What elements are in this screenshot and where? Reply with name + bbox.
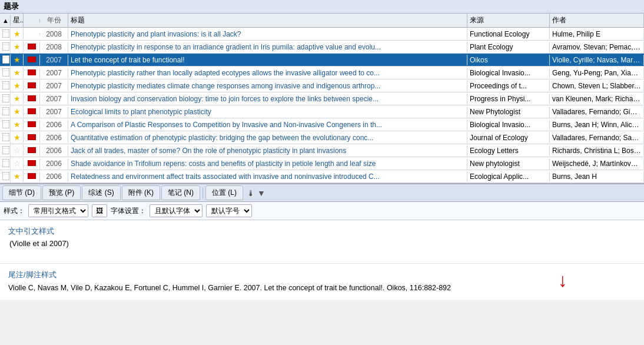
star-icon[interactable]: ★ (11, 93, 24, 104)
table-row[interactable]: ★2007Let the concept of trait be functio… (0, 54, 644, 67)
font-icon-btn[interactable]: 🖼 (92, 204, 107, 217)
content-area: 文中引文样式 (Violle et al 2007) (0, 220, 644, 263)
star-icon[interactable]: ☆ (11, 145, 24, 156)
star-icon[interactable]: ★ (11, 171, 24, 182)
svg-rect-22 (2, 172, 9, 180)
title-cell[interactable]: Phenotypic plasticity mediates climate c… (68, 81, 467, 91)
header-title: 题录 (4, 2, 19, 11)
title-cell[interactable]: Let the concept of trait be functional! (68, 55, 467, 65)
file-icon (0, 28, 11, 40)
source-cell: New Phytologist (467, 107, 550, 117)
col-header-year[interactable]: 年份 (40, 14, 68, 27)
table-row[interactable]: ★2007Invasion biology and conservation b… (0, 92, 644, 105)
title-cell[interactable]: Relatedness and environment affect trait… (68, 171, 467, 182)
author-cell: Richards, Christina L; Bossdorf (550, 145, 644, 156)
tab-detail[interactable]: 细节 (D) (2, 185, 41, 200)
footnote-text: Violle C, Navas M, Vile D, Kazakou E, Fo… (8, 283, 636, 294)
flag-icon (24, 171, 40, 182)
svg-rect-0 (2, 29, 9, 38)
star-icon[interactable]: ★ (11, 67, 24, 78)
svg-rect-16 (2, 133, 9, 141)
table-row[interactable]: ☆2006Shade avoidance in Trifolium repens… (0, 157, 644, 170)
col-header-author[interactable]: 作者 (550, 14, 644, 27)
table-row[interactable]: ★2007Ecological limits to plant phenotyp… (0, 105, 644, 118)
author-cell: Hulme, Philip E (550, 29, 644, 39)
tab-preview[interactable]: 预览 (P) (42, 185, 81, 200)
tab-summary[interactable]: 综述 (S) (82, 185, 120, 200)
flag-icon (24, 107, 40, 117)
star-icon[interactable]: ★ (11, 54, 24, 65)
title-cell[interactable]: Quantitative estimation of phenotypic pl… (68, 132, 467, 143)
source-cell: New phytologist (467, 158, 550, 169)
year-cell: 2007 (40, 55, 68, 65)
source-cell: Plant Ecology (467, 42, 550, 52)
source-cell: Ecology Letters (467, 145, 550, 156)
year-cell: 2007 (40, 94, 68, 104)
year-cell: 2006 (40, 132, 68, 143)
table-row[interactable]: ☆2006Jack of all trades, master of some?… (0, 144, 644, 157)
table-row[interactable]: ★2006Quantitative estimation of phenotyp… (0, 131, 644, 144)
year-cell: 2008 (40, 29, 68, 39)
file-icon (0, 171, 11, 183)
title-cell[interactable]: Phenotypic plasticity and plant invasion… (68, 29, 467, 39)
font-select[interactable]: 且默认字体 (150, 204, 203, 217)
title-cell[interactable]: Phenotypic plasticity in response to an … (68, 42, 467, 52)
title-cell[interactable]: Shade avoidance in Trifolium repens: cos… (68, 158, 467, 169)
svg-rect-2 (2, 42, 9, 51)
col-header-source[interactable]: 来源 (467, 14, 550, 27)
file-icon (0, 93, 11, 105)
table-row[interactable]: ★2006Relatedness and environment affect … (0, 170, 644, 183)
flag-icon (24, 42, 40, 52)
star-icon[interactable]: ★ (11, 132, 24, 143)
author-cell: Chown, Steven L; Slabber, Sar (550, 81, 644, 91)
tab-notes[interactable]: 笔记 (N) (161, 185, 200, 200)
author-cell: Violle, Cyrille; Navas, Marie-La (550, 55, 644, 65)
col-header-icon[interactable]: ▲ (0, 15, 11, 26)
author-cell: Weijschedé, J; Martínková, J; d (550, 158, 644, 169)
author-cell: van Kleunen, Mark; Richardson (550, 94, 644, 104)
table-row[interactable]: ★2008Phenotypic plasticity in response t… (0, 41, 644, 54)
table-row[interactable]: ★2007Phenotypic plasticity rather than l… (0, 67, 644, 79)
col-header-flag[interactable] (24, 19, 40, 22)
star-icon[interactable]: ★ (11, 41, 24, 52)
table-row[interactable]: ★2007Phenotypic plasticity mediates clim… (0, 79, 644, 92)
title-cell[interactable]: Ecological limits to plant phenotypic pl… (68, 107, 467, 117)
flag-icon (24, 94, 40, 104)
star-icon[interactable]: ★ (11, 28, 24, 39)
year-cell: 2008 (40, 42, 68, 52)
svg-rect-8 (2, 81, 9, 89)
column-headers: ▲ 星... 年份 标题 来源 作者 (0, 14, 644, 28)
flag-icon (24, 55, 40, 65)
col-header-star[interactable]: 星... (11, 14, 24, 27)
file-icon (0, 132, 11, 144)
style-select[interactable]: 常用引文格式 (28, 204, 88, 217)
col-header-title[interactable]: 标题 (68, 14, 467, 27)
table-row[interactable]: ★2008Phenotypic plasticity and plant inv… (0, 28, 644, 41)
source-cell: Biological Invasio... (467, 120, 550, 130)
star-icon[interactable]: ★ (11, 119, 24, 130)
arrow-indicator: ↓ (558, 270, 567, 291)
star-icon[interactable]: ★ (11, 80, 24, 91)
source-cell: Biological Invasio... (467, 68, 550, 78)
file-icon (0, 145, 11, 157)
title-cell[interactable]: Invasion biology and conservation biolog… (68, 94, 467, 104)
tab-attachment[interactable]: 附件 (K) (122, 185, 160, 200)
flag-icon (24, 145, 40, 156)
title-cell[interactable]: Jack of all trades, master of some? On t… (68, 145, 467, 156)
year-cell: 2006 (40, 120, 68, 130)
author-cell: Valladares, Fernando; Gianoli, I (550, 107, 644, 117)
table-row[interactable]: ★2006A Comparison of Plastic Responses t… (0, 118, 644, 131)
title-cell[interactable]: Phenotypic plasticity rather than locall… (68, 68, 467, 78)
citation-style-label: 文中引文样式 (8, 226, 636, 237)
svg-rect-10 (2, 94, 9, 102)
flag-icon (24, 120, 40, 130)
size-select[interactable]: 默认字号 (206, 204, 252, 217)
tab-location[interactable]: 位置 (L) (205, 185, 243, 200)
star-icon[interactable]: ☆ (11, 158, 24, 169)
title-cell[interactable]: A Comparison of Plastic Responses to Com… (68, 120, 467, 130)
year-cell: 2006 (40, 145, 68, 156)
star-icon[interactable]: ★ (11, 106, 24, 117)
thermometer-icon[interactable]: 🌡 ▼ (244, 187, 268, 199)
author-cell: Valladares, Fernando; Sanchez (550, 132, 644, 143)
year-cell: 2006 (40, 171, 68, 182)
